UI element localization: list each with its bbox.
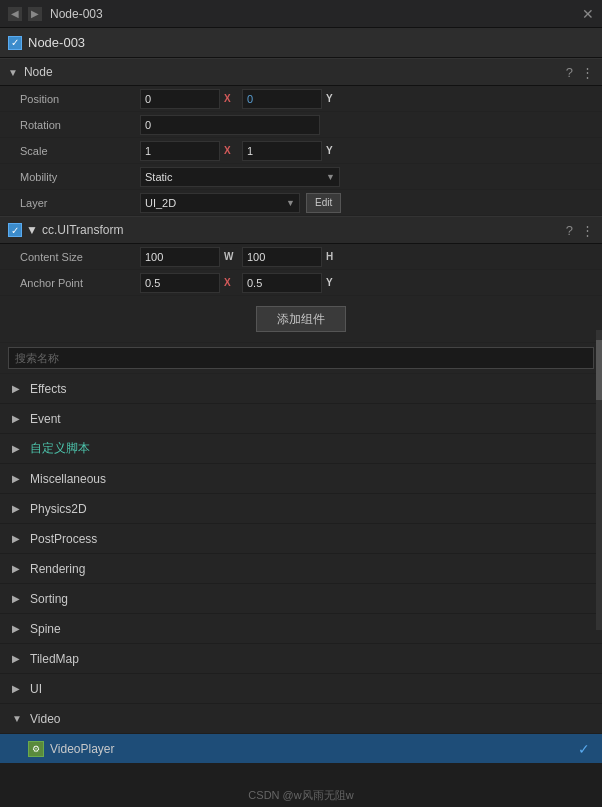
node-active-checkbox[interactable]: ✓	[8, 36, 22, 50]
dropdown-arrow-icon: ▼	[326, 172, 335, 182]
physics2d-label: Physics2D	[30, 502, 87, 516]
list-item[interactable]: ⚙ VideoPlayer ✓	[0, 734, 602, 764]
misc-arrow-icon: ▶	[12, 473, 24, 484]
event-label: Event	[30, 412, 61, 426]
scale-x-input[interactable]	[140, 141, 220, 161]
anchor-x-input[interactable]	[140, 273, 220, 293]
uitransform-checkbox[interactable]: ✓	[8, 223, 22, 237]
list-item[interactable]: ▶ Event	[0, 404, 602, 434]
mobility-field: Static ▼	[140, 167, 594, 187]
list-item[interactable]: ▶ Sorting	[0, 584, 602, 614]
layer-edit-button[interactable]: Edit	[306, 193, 341, 213]
misc-label: Miscellaneous	[30, 472, 106, 486]
mobility-row: Mobility Static ▼	[0, 164, 602, 190]
help-icon[interactable]: ?	[566, 65, 573, 80]
anchor-point-fields: X Y	[140, 273, 594, 293]
anchor-point-row: Anchor Point X Y	[0, 270, 602, 296]
mobility-dropdown[interactable]: Static ▼	[140, 167, 340, 187]
physics2d-arrow-icon: ▶	[12, 503, 24, 514]
anchor-x-label: X	[224, 277, 236, 288]
list-item[interactable]: ▶ Rendering	[0, 554, 602, 584]
list-item[interactable]: ▶ UI	[0, 674, 602, 704]
rotation-fields	[140, 115, 594, 135]
list-item[interactable]: ▶ Effects	[0, 374, 602, 404]
uitransform-icons: ? ⋮	[566, 223, 594, 238]
search-area	[0, 343, 602, 374]
more-icon[interactable]: ⋮	[581, 65, 594, 80]
effects-label: Effects	[30, 382, 66, 396]
section-header-icons: ? ⋮	[566, 65, 594, 80]
scale-y-input[interactable]	[242, 141, 322, 161]
content-size-h-input[interactable]	[242, 247, 322, 267]
component-list: ▶ Effects ▶ Event ▶ 自定义脚本 ▶ Miscellaneou…	[0, 374, 602, 764]
position-x-input[interactable]	[140, 89, 220, 109]
scale-row: Scale X Y	[0, 138, 602, 164]
uitransform-arrow-icon: ▼	[26, 223, 38, 237]
rendering-arrow-icon: ▶	[12, 563, 24, 574]
node-name: Node-003	[28, 35, 85, 50]
x-axis-label: X	[224, 93, 236, 104]
spine-arrow-icon: ▶	[12, 623, 24, 634]
footer: CSDN @w风雨无阻w	[0, 783, 602, 807]
videoplayer-label: VideoPlayer	[50, 742, 115, 756]
back-button[interactable]: ◀	[8, 7, 22, 21]
list-item[interactable]: ▶ Physics2D	[0, 494, 602, 524]
layer-dropdown-arrow-icon: ▼	[286, 198, 295, 208]
tiledmap-arrow-icon: ▶	[12, 653, 24, 664]
list-item[interactable]: ▶ Spine	[0, 614, 602, 644]
list-item[interactable]: ▶ PostProcess	[0, 524, 602, 554]
sorting-arrow-icon: ▶	[12, 593, 24, 604]
w-axis-label: W	[224, 251, 236, 262]
uitransform-title: cc.UITransform	[42, 223, 124, 237]
title-bar: ◀ ▶ Node-003 ✕	[0, 0, 602, 28]
anchor-y-label: Y	[326, 277, 338, 288]
scrollbar-thumb[interactable]	[596, 340, 602, 400]
uitransform-help-icon[interactable]: ?	[566, 223, 573, 238]
list-item[interactable]: ▶ TiledMap	[0, 644, 602, 674]
postprocess-label: PostProcess	[30, 532, 97, 546]
close-icon[interactable]: ✕	[582, 6, 594, 22]
tiledmap-label: TiledMap	[30, 652, 79, 666]
forward-button[interactable]: ▶	[28, 7, 42, 21]
rotation-input[interactable]	[140, 115, 320, 135]
add-component-button[interactable]: 添加组件	[256, 306, 346, 332]
node-section-header: ▼ Node ? ⋮	[0, 58, 602, 86]
position-y-input[interactable]	[242, 89, 322, 109]
layer-row: Layer UI_2D ▼ Edit	[0, 190, 602, 216]
postprocess-arrow-icon: ▶	[12, 533, 24, 544]
anchor-point-label: Anchor Point	[20, 277, 140, 289]
content-size-row: Content Size W H	[0, 244, 602, 270]
mobility-value: Static	[145, 171, 173, 183]
list-item[interactable]: ▼ Video	[0, 704, 602, 734]
content-size-w-input[interactable]	[140, 247, 220, 267]
scrollbar[interactable]	[596, 330, 602, 630]
uitransform-check-mark: ✓	[11, 225, 19, 236]
check-mark: ✓	[11, 37, 19, 48]
layer-dropdown[interactable]: UI_2D ▼	[140, 193, 300, 213]
search-input[interactable]	[8, 347, 594, 369]
position-fields: X Y	[140, 89, 594, 109]
window-controls: ◀ ▶	[8, 7, 42, 21]
effects-arrow-icon: ▶	[12, 383, 24, 394]
panel-title: Node-003	[50, 7, 103, 21]
selected-check-icon: ✓	[578, 741, 590, 757]
video-label: Video	[30, 712, 60, 726]
layer-value: UI_2D	[145, 197, 176, 209]
y-axis-label: Y	[326, 93, 338, 104]
list-item[interactable]: ▶ Miscellaneous	[0, 464, 602, 494]
scale-x-label: X	[224, 145, 236, 156]
scale-label: Scale	[20, 145, 140, 157]
uitransform-more-icon[interactable]: ⋮	[581, 223, 594, 238]
section-arrow-icon: ▼	[8, 67, 18, 78]
anchor-y-input[interactable]	[242, 273, 322, 293]
add-component-area: 添加组件	[0, 296, 602, 343]
ui-arrow-icon: ▶	[12, 683, 24, 694]
scale-y-label: Y	[326, 145, 338, 156]
position-row: Position X Y	[0, 86, 602, 112]
list-item[interactable]: ▶ 自定义脚本	[0, 434, 602, 464]
spine-label: Spine	[30, 622, 61, 636]
node-name-bar: ✓ Node-003	[0, 28, 602, 58]
custom-arrow-icon: ▶	[12, 443, 24, 454]
mobility-label: Mobility	[20, 171, 140, 183]
sorting-label: Sorting	[30, 592, 68, 606]
